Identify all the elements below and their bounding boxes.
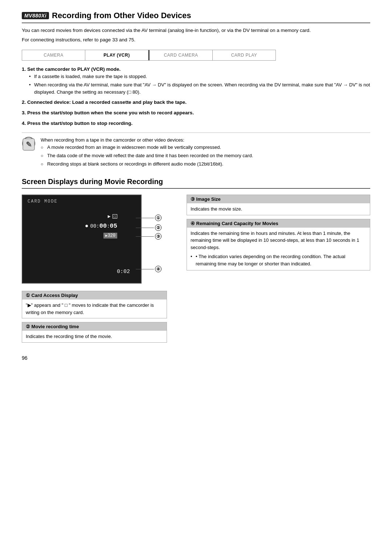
- play-arrow-icon: ▶: [108, 213, 111, 219]
- info-box-card-access-body: "▶" appears and " □ " moves to indicate …: [22, 300, 167, 318]
- mode-bar: CAMERA PLAY (VCR) CARD CAMERA CARD PLAY: [22, 50, 276, 61]
- callout-1: ①: [155, 215, 162, 221]
- step-3-text: 3. Press the start/stop button when the …: [22, 110, 194, 115]
- card-icon: □: [113, 214, 117, 219]
- info-box-image-size-body: Indicates the movie size.: [187, 203, 370, 215]
- tab-card-camera[interactable]: CARD CAMERA: [150, 50, 213, 60]
- step-1-text: 1. Set the camcorder to PLAY (VCR) mode.: [22, 66, 121, 72]
- note-intro: When recording from a tape in the camcor…: [41, 137, 253, 144]
- size-badge: ▶320: [103, 233, 117, 239]
- note-section: i ✎ When recording from a tape in the ca…: [22, 133, 370, 169]
- info-box-remaining-body: Indicates the remaining time in hours an…: [187, 228, 370, 270]
- info-box-image-size-header: ③ Image Size: [187, 195, 370, 203]
- tab-card-play[interactable]: CARD PLAY: [213, 50, 275, 60]
- step-3: 3. Press the start/stop button when the …: [22, 109, 370, 117]
- svg-text:✎: ✎: [26, 140, 32, 148]
- info-box-card-access: ① Card Access Display "▶" appears and " …: [22, 291, 167, 318]
- remaining-body-bullet: • The indication varies depending on the…: [191, 253, 366, 267]
- page-number: 96: [22, 355, 370, 361]
- step-4-text: 4. Press the start/stop button to stop r…: [22, 121, 132, 126]
- card-mode-label: CARD MODE: [28, 199, 136, 204]
- title-text: Recording from Other Video Devices: [52, 11, 191, 20]
- info-box-card-access-header: ① Card Access Display: [22, 291, 167, 300]
- recording-dot: ●: [85, 223, 89, 229]
- note-icon: i ✎: [22, 137, 36, 169]
- tab-play-vcr[interactable]: PLAY (VCR): [85, 50, 148, 60]
- step-1-sub-1: If a cassette is loaded, make sure the t…: [29, 73, 370, 80]
- callout-2: ②: [155, 224, 162, 231]
- note-item-1: A movie recorded from an image in widesc…: [41, 144, 253, 151]
- main-title: MV880Xi Recording from Other Video Devic…: [22, 11, 370, 23]
- note-text: When recording from a tape in the camcor…: [41, 137, 253, 169]
- mv-badge: MV880Xi: [22, 12, 49, 19]
- step-1: 1. Set the camcorder to PLAY (VCR) mode.…: [22, 66, 370, 96]
- note-item-3: Recording stops at blank sections or rec…: [41, 160, 253, 168]
- camcorder-screen: CARD MODE ▶ □ ● 00:00:05 ▶320: [22, 195, 142, 284]
- step-1-sub: If a cassette is loaded, make sure the t…: [29, 73, 370, 95]
- tab-camera[interactable]: CAMERA: [22, 50, 85, 60]
- intro-paragraph-2: For connecting instructions, refer to pa…: [22, 36, 370, 44]
- info-box-movie-time: ② Movie recording time Indicates the rec…: [22, 322, 167, 343]
- remaining-time: 0:02: [117, 269, 130, 275]
- info-box-remaining: ④ Remaining Card Capacity for Movies Ind…: [187, 219, 370, 271]
- step-2: 2. Connected device: Load a recorded cas…: [22, 99, 370, 106]
- callout-3: ③: [155, 233, 162, 240]
- info-box-movie-time-body: Indicates the recording time of the movi…: [22, 331, 167, 342]
- callout-4: ④: [155, 266, 162, 272]
- timecode-display: 00:00:05: [90, 223, 117, 229]
- info-box-remaining-header: ④ Remaining Card Capacity for Movies: [187, 219, 370, 228]
- step-1-sub-2: When recording via the AV terminal, make…: [29, 81, 370, 96]
- step-4: 4. Press the start/stop button to stop r…: [22, 120, 370, 127]
- info-box-image-size: ③ Image Size Indicates the movie size.: [187, 195, 370, 215]
- step-2-text: 2. Connected device: Load a recorded cas…: [22, 99, 187, 105]
- note-item-2: The data code of the movie will reflect …: [41, 152, 253, 159]
- section2-title: Screen Displays during Movie Recording: [22, 178, 370, 189]
- info-box-movie-time-header: ② Movie recording time: [22, 322, 167, 331]
- remaining-body-p1: Indicates the remaining time in hours an…: [191, 230, 366, 251]
- intro-paragraph-1: You can record movies from devices conne…: [22, 27, 370, 34]
